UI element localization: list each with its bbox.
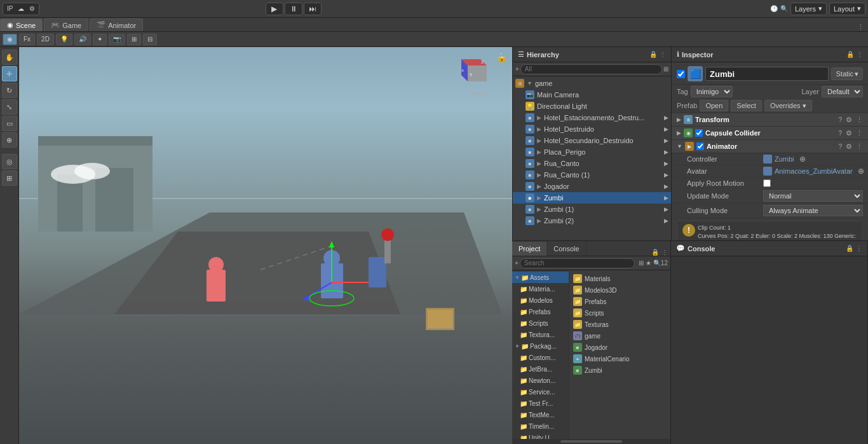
project-menu[interactable]: ⋮ bbox=[661, 249, 668, 256]
project-scrollbar[interactable] bbox=[512, 439, 670, 444]
scale-tool[interactable]: ⤡ bbox=[2, 99, 17, 114]
step-button[interactable]: ⏭ bbox=[304, 3, 322, 15]
animator-enabled[interactable] bbox=[696, 142, 704, 150]
hierarchy-item-hotel1[interactable]: ■ ▶ Hotel_Estacionamento_Destru... ▶ bbox=[513, 112, 671, 123]
object-name-input[interactable] bbox=[705, 67, 829, 81]
project-lock[interactable]: 🔒 bbox=[651, 249, 659, 256]
hierarchy-item-zumbi1[interactable]: ■ ▶ Zumbi (1) ▶ bbox=[513, 204, 671, 215]
search-icon[interactable]: 🔍 bbox=[780, 5, 788, 12]
update-mode-select[interactable]: Normal bbox=[763, 190, 863, 202]
scene-viewport[interactable]: Y Z X Persp 🔒 bbox=[19, 47, 512, 444]
pivot-tool[interactable]: ◎ bbox=[2, 154, 17, 169]
scene-btn-2d[interactable]: 2D bbox=[37, 34, 54, 45]
ip-dropdown[interactable]: IP bbox=[5, 5, 15, 12]
grid-btn[interactable]: ⊟ bbox=[143, 34, 157, 45]
capsule-enabled[interactable] bbox=[695, 129, 703, 137]
rotate-tool[interactable]: ↻ bbox=[2, 83, 17, 98]
tree-assets[interactable]: ▼ 📁 Assets bbox=[512, 272, 569, 283]
tree-newton[interactable]: 📁 Newton... bbox=[512, 375, 569, 386]
file-texturas[interactable]: 📁 Texturas bbox=[572, 319, 668, 330]
hierarchy-search[interactable] bbox=[520, 64, 662, 74]
animator-settings[interactable]: ⚙ bbox=[846, 142, 852, 151]
local-tool[interactable]: ⊞ bbox=[2, 170, 17, 186]
file-prefabs[interactable]: 📁 Prefabs bbox=[572, 296, 668, 307]
hierarchy-item-rua2[interactable]: ■ ▶ Rua_Canto (1) ▶ bbox=[513, 169, 671, 181]
tree-scripts[interactable]: 📁 Scripts bbox=[512, 317, 569, 329]
tab-scene[interactable]: ◉ Scene bbox=[0, 18, 43, 31]
culling-mode-select[interactable]: Always Animate bbox=[763, 205, 863, 216]
camera-btn[interactable]: 📷 bbox=[109, 34, 125, 45]
hierarchy-item-zumbi[interactable]: ■ ▶ Zumbi ▶ bbox=[513, 192, 671, 204]
open-btn[interactable]: Open bbox=[700, 100, 728, 111]
transform-tool[interactable]: ⊕ bbox=[2, 132, 17, 148]
move-tool[interactable]: ✛ bbox=[2, 66, 17, 81]
lock-icon[interactable]: 🔒 bbox=[496, 52, 507, 62]
animator-more[interactable]: ⋮ bbox=[856, 142, 863, 151]
transform-more[interactable]: ⋮ bbox=[856, 116, 863, 124]
controller-add[interactable]: ⊕ bbox=[799, 155, 806, 163]
tree-prefabs[interactable]: 📁 Prefabs bbox=[512, 306, 569, 317]
hierarchy-item-zumbi2[interactable]: ■ ▶ Zumbi (2) ▶ bbox=[513, 215, 671, 226]
ip-group[interactable]: IP ☁ ⚙ bbox=[3, 3, 39, 15]
rect-tool[interactable]: ▭ bbox=[2, 116, 17, 131]
tree-unity[interactable]: 📁 Unity U... bbox=[512, 432, 569, 439]
static-button[interactable]: Static ▾ bbox=[831, 67, 863, 80]
settings-icon[interactable]: ⚙ bbox=[27, 5, 37, 12]
tree-texturas[interactable]: 📁 Textura... bbox=[512, 329, 569, 340]
hierarchy-search-icon[interactable]: ⊞ bbox=[663, 66, 668, 73]
transform-settings[interactable]: ⚙ bbox=[846, 116, 852, 124]
tab-animator[interactable]: 🎬 Animator bbox=[90, 18, 143, 31]
fx-btn[interactable]: Fx bbox=[19, 34, 35, 45]
tree-custom[interactable]: 📁 Custom... bbox=[512, 352, 569, 363]
fx2-btn[interactable]: ✦ bbox=[93, 34, 107, 45]
inspector-menu[interactable]: ⋮ bbox=[857, 51, 863, 58]
tab-project[interactable]: Project bbox=[512, 242, 547, 256]
hierarchy-lock[interactable]: 🔒 bbox=[649, 51, 657, 58]
console-lock[interactable]: 🔒 bbox=[846, 245, 853, 252]
file-jogador[interactable]: ■ Jogador bbox=[572, 342, 668, 353]
hierarchy-item-hotel3[interactable]: ■ ▶ Hotel_Secundario_Destruido ▶ bbox=[513, 135, 671, 146]
add-hierarchy-btn[interactable]: + bbox=[515, 66, 519, 73]
tree-jetbra[interactable]: 📁 JetBra... bbox=[512, 363, 569, 375]
hierarchy-item-rua1[interactable]: ■ ▶ Rua_Canto ▶ bbox=[513, 158, 671, 169]
file-materialcenario[interactable]: ● MaterialCenario bbox=[572, 353, 668, 364]
audio-btn[interactable]: 🔊 bbox=[74, 34, 91, 45]
file-materials[interactable]: 📁 Materials bbox=[572, 273, 668, 284]
hierarchy-item-placa[interactable]: ■ ▶ Placa_Perigo ▶ bbox=[513, 146, 671, 158]
tree-test[interactable]: 📁 Test Fr... bbox=[512, 398, 569, 409]
hierarchy-menu[interactable]: ⋮ bbox=[660, 51, 666, 58]
light-btn[interactable]: 💡 bbox=[56, 34, 72, 45]
tab-more[interactable]: ⋮ bbox=[853, 23, 868, 31]
tree-textme[interactable]: 📁 TextMe... bbox=[512, 409, 569, 420]
animator-component-header[interactable]: ▼ ▶ Animator ? ⚙ ⋮ bbox=[672, 140, 868, 153]
gizmos-btn[interactable]: ⊞ bbox=[127, 34, 141, 45]
tree-modelos[interactable]: 📁 Modelos bbox=[512, 295, 569, 306]
hierarchy-item-hotel2[interactable]: ■ ▶ Hotel_Destruido ▶ bbox=[513, 123, 671, 135]
overrides-btn[interactable]: Overrides ▾ bbox=[764, 100, 812, 111]
hierarchy-item-jogador[interactable]: ■ ▶ Jogador ▶ bbox=[513, 181, 671, 192]
capsule-more[interactable]: ⋮ bbox=[856, 129, 863, 137]
gizmo-cube[interactable]: Y Z X bbox=[452, 50, 490, 88]
hand-tool[interactable]: ✋ bbox=[2, 50, 17, 65]
avatar-add[interactable]: ⊕ bbox=[858, 167, 864, 176]
tag-select[interactable]: Inimigo bbox=[691, 86, 733, 97]
pause-button[interactable]: ⏸ bbox=[285, 3, 302, 15]
shader-btn[interactable]: ◉ bbox=[3, 34, 17, 45]
apply-root-checkbox[interactable] bbox=[763, 179, 771, 187]
tree-timeline[interactable]: 📁 Timelin... bbox=[512, 420, 569, 432]
capsule-settings[interactable]: ⚙ bbox=[846, 129, 852, 137]
inspector-lock[interactable]: 🔒 bbox=[846, 51, 854, 58]
layout-dropdown[interactable]: Layout ▾ bbox=[829, 3, 865, 15]
add-asset-btn[interactable]: + bbox=[515, 260, 519, 267]
play-button[interactable]: ▶ bbox=[266, 3, 283, 15]
hierarchy-item-camera[interactable]: 📷 Main Camera bbox=[513, 89, 671, 101]
cloud-icon[interactable]: ☁ bbox=[16, 5, 26, 12]
tab-game[interactable]: 🎮 Game bbox=[44, 18, 88, 31]
tree-service[interactable]: 📁 Service... bbox=[512, 386, 569, 398]
file-modelos3d[interactable]: 📁 Modelos3D bbox=[572, 284, 668, 296]
capsule-collider-header[interactable]: ▶ ◉ Capsule Collider ? ⚙ ⋮ bbox=[672, 127, 868, 140]
hierarchy-item-game[interactable]: ⊞ ▼ game bbox=[513, 78, 671, 89]
file-game[interactable]: 🎮 game bbox=[572, 330, 668, 342]
layers-dropdown[interactable]: Layers ▾ bbox=[790, 3, 827, 15]
select-btn[interactable]: Select bbox=[731, 100, 762, 111]
